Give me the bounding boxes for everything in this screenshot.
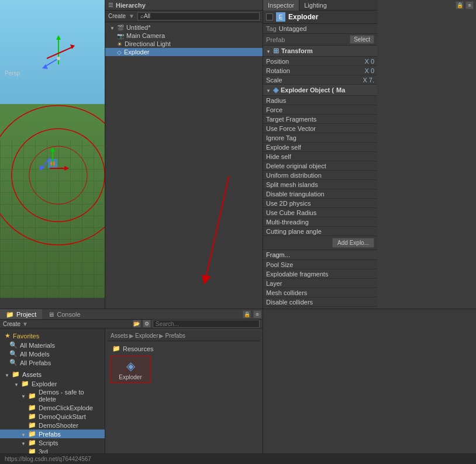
asset-scripts-folder[interactable]: 📁 Scripts bbox=[0, 438, 105, 447]
hierarchy-toolbar: Create ▼ bbox=[105, 11, 263, 22]
hierarchy-content: 🎬 Untitled* 📷 Main Camera ☀ Directional … bbox=[105, 22, 263, 167]
prop-disable-triangulation: Disable triangulation bbox=[263, 189, 377, 199]
persp-label: Persp bbox=[5, 70, 20, 77]
asset-demoshooter[interactable]: 📁 DemoShooter bbox=[0, 421, 105, 430]
demos-tri bbox=[21, 392, 26, 399]
prop-use-force-vector: Use Force Vector bbox=[263, 124, 377, 133]
prop-disable-colliders: Disable colliders bbox=[263, 297, 377, 307]
tab-lighting[interactable]: Lighting bbox=[299, 0, 332, 11]
prop-rotation: Rotation X 0 bbox=[263, 66, 377, 75]
search-icon: 🔍 bbox=[9, 341, 18, 349]
tab-console[interactable]: 🖥 Console bbox=[42, 309, 86, 319]
tab-inspector[interactable]: Inspector bbox=[263, 0, 299, 11]
project-tabs: 📁 Project 🖥 Console 🔒 ≡ bbox=[0, 309, 263, 320]
svg-marker-6 bbox=[70, 44, 75, 49]
project-toolbar: Create ▼ 📂 ⚙ bbox=[0, 320, 263, 328]
favorites-header: ★ Favorites bbox=[0, 331, 105, 341]
hierarchy-search-input[interactable] bbox=[137, 12, 260, 20]
asset-demos-folder[interactable]: 📁 Demos - safe to delete bbox=[0, 388, 105, 403]
transform-icon: ⊞ bbox=[273, 47, 279, 55]
add-btn-row: Add Explo... bbox=[263, 236, 377, 250]
svg-marker-15 bbox=[64, 166, 69, 171]
resources-folder-icon: 📁 bbox=[112, 345, 120, 352]
exploder-tri-icon bbox=[266, 86, 271, 94]
active-checkbox[interactable] bbox=[266, 13, 273, 20]
asset-demoquickstart[interactable]: 📁 DemoQuickStart bbox=[0, 412, 105, 421]
frag-body: Pool Size Explodable fragments Layer Mes… bbox=[263, 260, 377, 309]
asset-democlickexplode[interactable]: 📁 DemoClickExplode bbox=[0, 403, 105, 412]
hierarchy-menu-btn[interactable]: ≡ bbox=[465, 1, 474, 9]
assets-tri-icon bbox=[5, 371, 9, 378]
project-right-panel: Assets ▶ Exploder ▶ Prefabs 📁 Resources bbox=[105, 328, 263, 464]
fav-all-prefabs[interactable]: 🔍 All Prefabs bbox=[0, 358, 105, 367]
prop-explode-self: Explode self bbox=[263, 143, 377, 152]
exploder-fold-tri bbox=[14, 380, 19, 387]
prop-uniform-distribution: Uniform distribution bbox=[263, 171, 377, 180]
reveal-in-explorer-btn[interactable]: 📂 bbox=[133, 320, 141, 328]
hierarchy-lock-btn[interactable]: 🔒 bbox=[456, 1, 464, 9]
hierarchy-header: ☰ Hierarchy 🔒 ≡ bbox=[105, 0, 263, 11]
light-icon: ☀ bbox=[117, 41, 122, 47]
hierarchy-create-btn[interactable]: Create bbox=[108, 13, 126, 19]
prop-scale: Scale X 7. bbox=[263, 75, 377, 85]
bottom-right-spacer bbox=[263, 309, 476, 453]
folder-icon-scripts: 📁 bbox=[28, 439, 36, 446]
fav-all-materials[interactable]: 🔍 All Materials bbox=[0, 341, 105, 349]
prop-position: Position X 0 bbox=[263, 57, 377, 66]
svg-marker-13 bbox=[50, 147, 55, 152]
project-settings-btn[interactable]: ⚙ bbox=[143, 320, 151, 328]
obj-meta: Tag Untagged bbox=[263, 24, 377, 34]
scene-viewport[interactable]: Persp bbox=[0, 0, 105, 298]
select-btn[interactable]: Select bbox=[350, 35, 374, 44]
assets-root[interactable]: 📁 Assets bbox=[0, 369, 105, 379]
prop-delete-original: Delete original object bbox=[263, 161, 377, 171]
tag-value: Untagged bbox=[279, 25, 307, 32]
folder-icon-exploder: 📁 bbox=[21, 380, 29, 387]
folder-icon-demo1: 📁 bbox=[28, 404, 36, 411]
add-exploder-btn[interactable]: Add Explo... bbox=[332, 238, 374, 248]
scene-icon: 🎬 bbox=[117, 25, 124, 31]
fav-all-models[interactable]: 🔍 All Models bbox=[0, 349, 105, 358]
prop-use-cube-radius: Use Cube Radius bbox=[263, 208, 377, 217]
star-icon: ★ bbox=[5, 332, 11, 340]
go-icon: ◇ bbox=[117, 49, 122, 56]
prefab-meta: Prefab Select bbox=[263, 34, 377, 46]
breadcrumb-assets[interactable]: Assets bbox=[111, 333, 128, 339]
exploder-prefab-item[interactable]: ◈ Exploder bbox=[110, 356, 151, 383]
project-panel: 📁 Project 🖥 Console 🔒 ≡ Create ▼ 📂 ⚙ bbox=[0, 309, 263, 453]
project-create-btn[interactable]: Create bbox=[3, 321, 20, 327]
search-icon-2: 🔍 bbox=[9, 350, 18, 358]
resources-folder[interactable]: 📁 Resources bbox=[110, 344, 258, 354]
breadcrumb-exploder[interactable]: Exploder bbox=[135, 333, 158, 339]
hierarchy-title: Hierarchy bbox=[116, 2, 146, 9]
prop-force: Force bbox=[263, 105, 377, 115]
prop-use-2d-physics: Use 2D physics bbox=[263, 199, 377, 208]
inspector-header: Inspector Lighting bbox=[263, 0, 377, 11]
tag-label: Tag bbox=[266, 25, 277, 32]
asset-prefabs-folder[interactable]: 📁 Prefabs bbox=[0, 430, 105, 438]
prop-explodable-fragments: Explodable fragments bbox=[263, 269, 377, 279]
hierarchy-item-untitled[interactable]: 🎬 Untitled* bbox=[105, 23, 263, 32]
obj-header: E Exploder bbox=[263, 11, 377, 24]
svg-point-1 bbox=[0, 105, 105, 245]
transform-body: Position X 0 Rotation X 0 Scale X 7. bbox=[263, 57, 377, 85]
prefab-cube-icon: ◈ bbox=[126, 359, 135, 373]
hierarchy-item-directional-light[interactable]: ☀ Directional Light bbox=[105, 40, 263, 48]
project-search-input[interactable] bbox=[153, 320, 260, 328]
url-bar: https://blog.csdn.net/q764424567 bbox=[0, 453, 476, 464]
asset-exploder-folder[interactable]: 📁 Exploder bbox=[0, 379, 105, 388]
hierarchy-item-main-camera[interactable]: 📷 Main Camera bbox=[105, 32, 263, 40]
breadcrumb-prefabs[interactable]: Prefabs bbox=[165, 333, 185, 339]
project-folder-icon: 📁 bbox=[6, 309, 14, 320]
tab-project[interactable]: 📁 Project bbox=[0, 309, 42, 319]
search-icon-3: 🔍 bbox=[9, 359, 18, 366]
prop-ignore-tag: Ignore Tag bbox=[263, 133, 377, 143]
breadcrumb-arrow-1: ▶ bbox=[129, 333, 134, 339]
console-icon: 🖥 bbox=[48, 309, 54, 320]
project-lock-btn[interactable]: 🔒 bbox=[243, 310, 251, 318]
obj-icon: E bbox=[276, 12, 285, 22]
exploder-body: Radius Force Target Fragments Use Force … bbox=[263, 96, 377, 236]
hierarchy-item-exploder[interactable]: ◇ Exploder bbox=[105, 48, 263, 56]
project-menu-btn[interactable]: ≡ bbox=[253, 310, 261, 318]
prop-split-mesh-islands: Split mesh islands bbox=[263, 180, 377, 189]
